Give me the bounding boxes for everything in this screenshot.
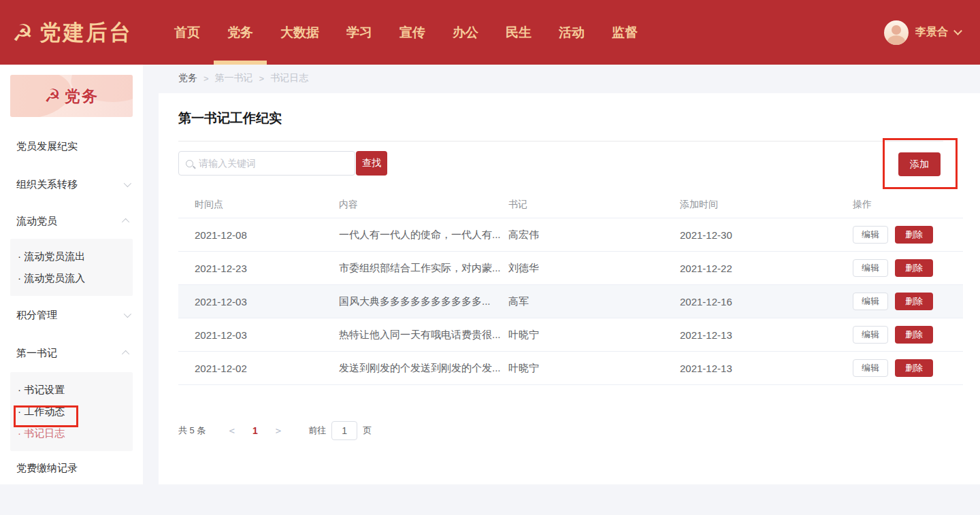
sidebar-item-label: 党员发展纪实 bbox=[16, 140, 78, 153]
edit-button[interactable]: 编辑 bbox=[853, 259, 888, 277]
page-bottom-strip bbox=[0, 484, 980, 515]
pagination-prev-button[interactable]: < bbox=[219, 425, 244, 436]
sidebar-item-fee-records[interactable]: 党费缴纳记录 bbox=[0, 451, 143, 484]
breadcrumb-level-3: 书记日志 bbox=[270, 72, 308, 84]
submenu-first-secretary: · 书记设置 · 工作动态 · 书记日志 bbox=[10, 372, 133, 451]
app-title: 党建后台 bbox=[39, 18, 132, 47]
chevron-down-icon bbox=[953, 27, 962, 35]
table-row: 2021-12-03 国风大典多多多多多多多多多多... 高军 2021-12-… bbox=[178, 285, 963, 318]
sidebar-item-label: 积分管理 bbox=[16, 309, 57, 322]
divider bbox=[178, 141, 943, 142]
nav-item-big-data[interactable]: 大数据 bbox=[267, 0, 333, 65]
search-input[interactable] bbox=[199, 158, 335, 169]
delete-button[interactable]: 删除 bbox=[895, 226, 933, 244]
sidebar-item-label: 流动党员 bbox=[16, 215, 57, 228]
cell-time: 2021-12-08 bbox=[178, 229, 339, 241]
cell-secretary: 高宏伟 bbox=[508, 229, 680, 242]
chevron-up-icon bbox=[122, 350, 129, 358]
edit-button[interactable]: 编辑 bbox=[853, 226, 888, 244]
user-menu[interactable]: 李景合 bbox=[884, 0, 961, 65]
sidebar-item-label: 第一书记 bbox=[16, 347, 57, 360]
edit-button[interactable]: 编辑 bbox=[853, 359, 888, 377]
search-icon bbox=[186, 160, 193, 167]
pagination-total: 共 5 条 bbox=[178, 425, 206, 437]
cell-added: 2021-12-16 bbox=[680, 296, 853, 308]
pagination-goto-label: 前往 bbox=[308, 425, 326, 437]
cell-added: 2021-12-30 bbox=[680, 229, 853, 241]
sidebar-banner: ☭ 党务 bbox=[10, 75, 133, 117]
party-emblem-icon: ☭ bbox=[12, 21, 33, 44]
pagination: 共 5 条 < 1 > 前往 页 bbox=[178, 421, 372, 440]
records-table: 时间点 内容 书记 添加时间 操作 2021-12-08 一代人有一代人的使命，… bbox=[178, 191, 963, 385]
delete-button[interactable]: 删除 bbox=[895, 293, 933, 310]
top-header: ☭ 党建后台 首页 党务 大数据 学习 宣传 办公 民生 活动 监督 李景合 bbox=[0, 0, 980, 65]
cell-content: 国风大典多多多多多多多多多多... bbox=[339, 295, 508, 308]
nav-item-study[interactable]: 学习 bbox=[333, 0, 386, 65]
delete-button[interactable]: 删除 bbox=[895, 359, 933, 377]
chevron-down-icon bbox=[124, 180, 131, 187]
sidebar-item-secretary-log[interactable]: · 书记日志 bbox=[10, 422, 133, 444]
user-avatar bbox=[884, 20, 909, 45]
cell-added: 2021-12-22 bbox=[680, 263, 853, 274]
search-input-wrapper bbox=[178, 151, 355, 176]
nav-item-activity[interactable]: 活动 bbox=[545, 0, 598, 65]
submenu-mobile-members: · 流动党员流出 · 流动党员流入 bbox=[10, 239, 133, 296]
cell-secretary: 高军 bbox=[508, 295, 680, 308]
nav-item-publicity[interactable]: 宣传 bbox=[386, 0, 439, 65]
sidebar-item-mobile-members[interactable]: 流动党员 bbox=[0, 203, 143, 239]
sidebar-item-member-development[interactable]: 党员发展纪实 bbox=[0, 127, 143, 165]
col-header-time: 时间点 bbox=[178, 199, 339, 211]
sidebar-item-mobile-in[interactable]: · 流动党员流入 bbox=[10, 267, 133, 289]
col-header-secretary: 书记 bbox=[508, 199, 680, 211]
sidebar-item-first-secretary[interactable]: 第一书记 bbox=[0, 334, 143, 372]
add-button[interactable]: 添加 bbox=[898, 152, 941, 176]
pagination-next-button[interactable]: > bbox=[266, 425, 291, 436]
sidebar: ☭ 党务 党员发展纪实 组织关系转移 流动党员 · 流动党员流出 · 流动党员流… bbox=[0, 65, 143, 484]
table-row: 2021-12-08 一代人有一代人的使命，一代人有... 高宏伟 2021-1… bbox=[178, 218, 963, 252]
delete-button[interactable]: 删除 bbox=[895, 259, 933, 277]
cell-time: 2021-12-23 bbox=[178, 263, 339, 274]
app-logo: ☭ 党建后台 bbox=[12, 18, 161, 47]
cell-content: 市委组织部结合工作实际，对内蒙... bbox=[339, 262, 508, 275]
edit-button[interactable]: 编辑 bbox=[853, 293, 888, 310]
col-header-ops: 操作 bbox=[853, 199, 963, 211]
nav-item-office[interactable]: 办公 bbox=[439, 0, 492, 65]
sidebar-item-org-transfer[interactable]: 组织关系转移 bbox=[0, 165, 143, 203]
pagination-page-1[interactable]: 1 bbox=[244, 425, 266, 436]
nav-item-home[interactable]: 首页 bbox=[161, 0, 214, 65]
cell-content: 热特让他入同一天有哦电话费贵很... bbox=[339, 329, 508, 342]
table-row: 2021-12-03 热特让他入同一天有哦电话费贵很... 叶晓宁 2021-1… bbox=[178, 318, 963, 352]
page-title: 第一书记工作纪实 bbox=[178, 110, 282, 127]
main-nav: 首页 党务 大数据 学习 宣传 办公 民生 活动 监督 bbox=[161, 0, 651, 65]
sidebar-item-points[interactable]: 积分管理 bbox=[0, 296, 143, 334]
sidebar-item-mobile-out[interactable]: · 流动党员流出 bbox=[10, 246, 133, 267]
user-name: 李景合 bbox=[915, 25, 948, 39]
table-row: 2021-12-02 发送到刚发的个发送到刚发的个发... 叶晓宁 2021-1… bbox=[178, 352, 963, 385]
breadcrumb-separator: > bbox=[259, 73, 265, 84]
content-card: 第一书记工作纪实 查找 添加 时间点 内容 书记 添加时间 操作 2021-12… bbox=[159, 93, 980, 484]
cell-content: 一代人有一代人的使命，一代人有... bbox=[339, 229, 508, 242]
sidebar-item-work-news[interactable]: · 工作动态 bbox=[10, 401, 133, 422]
pagination-goto-input[interactable] bbox=[331, 421, 357, 440]
search-bar: 查找 bbox=[178, 151, 387, 176]
nav-item-supervision[interactable]: 监督 bbox=[598, 0, 651, 65]
breadcrumb-level-2[interactable]: 第一书记 bbox=[215, 72, 253, 84]
edit-button[interactable]: 编辑 bbox=[853, 326, 888, 344]
cell-content: 发送到刚发的个发送到刚发的个发... bbox=[339, 362, 508, 375]
cell-time: 2021-12-03 bbox=[178, 296, 339, 308]
party-emblem-icon: ☭ bbox=[44, 85, 61, 107]
cell-secretary: 刘德华 bbox=[508, 262, 680, 275]
table-header-row: 时间点 内容 书记 添加时间 操作 bbox=[178, 191, 963, 218]
sidebar-banner-title: 党务 bbox=[65, 86, 99, 107]
table-row: 2021-12-23 市委组织部结合工作实际，对内蒙... 刘德华 2021-1… bbox=[178, 252, 963, 285]
breadcrumb-level-1[interactable]: 党务 bbox=[178, 72, 197, 84]
sidebar-item-label: 组织关系转移 bbox=[16, 178, 78, 191]
sidebar-item-label: 党费缴纳记录 bbox=[16, 462, 78, 475]
find-button[interactable]: 查找 bbox=[356, 151, 387, 176]
nav-item-party-affairs[interactable]: 党务 bbox=[214, 0, 267, 65]
breadcrumb-separator: > bbox=[203, 73, 209, 84]
delete-button[interactable]: 删除 bbox=[895, 326, 933, 344]
nav-item-livelihood[interactable]: 民生 bbox=[492, 0, 545, 65]
breadcrumb: 党务 > 第一书记 > 书记日志 bbox=[178, 72, 308, 84]
sidebar-item-secretary-settings[interactable]: · 书记设置 bbox=[10, 379, 133, 401]
